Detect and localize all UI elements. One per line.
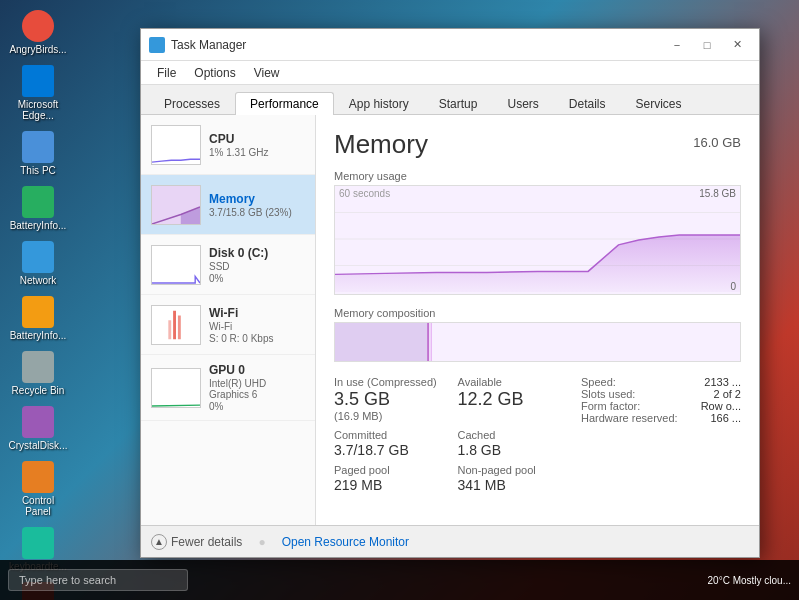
desktop-icon-battery-info[interactable]: BatteryInfo...	[8, 186, 68, 231]
tab-users[interactable]: Users	[492, 92, 553, 115]
menu-view[interactable]: View	[246, 64, 288, 82]
sidebar-item-wifi[interactable]: Wi-Fi Wi-Fi S: 0 R: 0 Kbps	[141, 295, 315, 355]
desktop-icon-edge[interactable]: Microsoft Edge...	[8, 65, 68, 121]
maximize-button[interactable]: □	[693, 35, 721, 55]
gpu-mini-graph	[151, 368, 201, 408]
disk-mini-graph	[151, 245, 201, 285]
svg-rect-3	[168, 320, 171, 339]
desktop-icon-this-pc[interactable]: This PC	[8, 131, 68, 176]
right-panel: Memory 16.0 GB Memory usage 15.8 GB 60 s…	[316, 115, 759, 525]
desktop-icon-battery-info2[interactable]: BatteryInfo...	[8, 296, 68, 341]
minimize-button[interactable]: −	[663, 35, 691, 55]
stat-committed: Committed 3.7/18.7 GB	[334, 429, 438, 458]
wifi-detail2: S: 0 R: 0 Kbps	[209, 333, 305, 344]
stat-committed-label: Committed	[334, 429, 438, 441]
tab-services[interactable]: Services	[621, 92, 697, 115]
memory-composition-section: Memory composition	[334, 307, 741, 362]
chart-usage-label: Memory usage	[334, 170, 741, 182]
stat-cached-value: 1.8 GB	[458, 442, 562, 458]
memory-label: Memory	[209, 192, 305, 206]
desktop-icon-label: CrystalDisk...	[9, 440, 68, 451]
stat-non-paged-value: 341 MB	[458, 477, 562, 493]
window-title: Task Manager	[171, 38, 663, 52]
menu-file[interactable]: File	[149, 64, 184, 82]
tab-performance[interactable]: Performance	[235, 92, 334, 115]
stat-non-paged-pool: Non-paged pool 341 MB	[458, 464, 562, 493]
taskbar: Type here to search 20°C Mostly clou...	[0, 560, 799, 600]
stat-paged-pool: Paged pool 219 MB	[334, 464, 438, 493]
disk-info: Disk 0 (C:) SSD 0%	[209, 246, 305, 284]
memory-info: Memory 3.7/15.8 GB (23%)	[209, 192, 305, 218]
memory-usage-chart: 15.8 GB 60 seconds 0	[334, 185, 741, 295]
stat-cached-label: Cached	[458, 429, 562, 441]
wifi-info: Wi-Fi Wi-Fi S: 0 R: 0 Kbps	[209, 306, 305, 344]
desktop: AngryBirds... Microsoft Edge... This PC …	[0, 0, 799, 600]
main-content: CPU 1% 1.31 GHz Memory 3.7/15.8 GB (	[141, 115, 759, 525]
cpu-label: CPU	[209, 132, 305, 146]
stat-non-paged-label: Non-paged pool	[458, 464, 562, 476]
stat-in-use-value: 3.5 GB	[334, 389, 438, 410]
desktop-icon-control-panel[interactable]: Control Panel	[8, 461, 68, 517]
sidebar-item-gpu[interactable]: GPU 0 Intel(R) UHD Graphics 6 0%	[141, 355, 315, 421]
wifi-detail1: Wi-Fi	[209, 321, 305, 332]
sidebar-item-disk[interactable]: Disk 0 (C:) SSD 0%	[141, 235, 315, 295]
desktop-icon-label: BatteryInfo...	[10, 330, 67, 341]
resource-monitor-separator: ●	[258, 535, 265, 549]
stat-speed-row: Speed: 2133 ...	[581, 376, 741, 388]
stat-in-use-sub: (16.9 MB)	[334, 410, 438, 422]
tab-processes[interactable]: Processes	[149, 92, 235, 115]
svg-rect-8	[335, 323, 428, 361]
sidebar-item-memory[interactable]: Memory 3.7/15.8 GB (23%)	[141, 175, 315, 235]
stat-hw-reserved-row: Hardware reserved: 166 ...	[581, 412, 741, 424]
desktop-icon-label: This PC	[20, 165, 56, 176]
desktop-icon-recycle-bin[interactable]: Recycle Bin	[8, 351, 68, 396]
chart-top-label: 15.8 GB	[699, 188, 736, 199]
memory-detail: 3.7/15.8 GB (23%)	[209, 207, 305, 218]
tab-details[interactable]: Details	[554, 92, 621, 115]
svg-rect-1	[173, 310, 176, 339]
taskbar-clock: 20°C Mostly clou...	[708, 575, 791, 586]
menu-bar: File Options View	[141, 61, 759, 85]
fewer-details-button[interactable]: ▲ Fewer details	[151, 534, 242, 550]
tab-app-history[interactable]: App history	[334, 92, 424, 115]
memory-usage-section: Memory usage 15.8 GB 60 seconds 0	[334, 170, 741, 295]
desktop-icon-crystal-disk[interactable]: CrystalDisk...	[8, 406, 68, 451]
stat-available: Available 12.2 GB	[458, 376, 562, 423]
fewer-details-label: Fewer details	[171, 535, 242, 549]
stat-paged-value: 219 MB	[334, 477, 438, 493]
sidebar-item-cpu[interactable]: CPU 1% 1.31 GHz	[141, 115, 315, 175]
taskbar-search[interactable]: Type here to search	[8, 569, 188, 591]
cpu-info: CPU 1% 1.31 GHz	[209, 132, 305, 158]
close-button[interactable]: ✕	[723, 35, 751, 55]
desktop-icon-network[interactable]: Network	[8, 241, 68, 286]
stat-committed-value: 3.7/18.7 GB	[334, 442, 438, 458]
stats-left-grid: In use (Compressed) 3.5 GB (16.9 MB) Ava…	[334, 376, 561, 493]
stat-in-use: In use (Compressed) 3.5 GB (16.9 MB)	[334, 376, 438, 423]
gpu-detail2: 0%	[209, 401, 305, 412]
panel-header: Memory 16.0 GB	[334, 129, 741, 160]
chart-time-label: 60 seconds	[339, 188, 390, 199]
stats-left: In use (Compressed) 3.5 GB (16.9 MB) Ava…	[334, 376, 561, 493]
tab-bar: Processes Performance App history Startu…	[141, 85, 759, 115]
stat-form-label: Form factor:	[581, 400, 640, 412]
stat-slots-value: 2 of 2	[713, 388, 741, 400]
menu-options[interactable]: Options	[186, 64, 243, 82]
desktop-icon-angry-birds[interactable]: AngryBirds...	[8, 10, 68, 55]
cpu-mini-graph	[151, 125, 201, 165]
stat-slots-row: Slots used: 2 of 2	[581, 388, 741, 400]
stat-form-row: Form factor: Row o...	[581, 400, 741, 412]
fewer-details-icon: ▲	[151, 534, 167, 550]
stats-right: Speed: 2133 ... Slots used: 2 of 2 Form …	[581, 376, 741, 493]
panel-title: Memory	[334, 129, 428, 160]
open-resource-monitor-link[interactable]: Open Resource Monitor	[282, 535, 409, 549]
desktop-icon-label: Recycle Bin	[12, 385, 65, 396]
tab-startup[interactable]: Startup	[424, 92, 493, 115]
disk-detail2: 0%	[209, 273, 305, 284]
memory-mini-graph	[151, 185, 201, 225]
panel-total: 16.0 GB	[693, 135, 741, 150]
desktop-icon-label: AngryBirds...	[9, 44, 66, 55]
bottom-bar: ▲ Fewer details ● Open Resource Monitor	[141, 525, 759, 557]
stat-hw-reserved-label: Hardware reserved:	[581, 412, 678, 424]
wifi-mini-graph	[151, 305, 201, 345]
desktop-icon-label: Control Panel	[8, 495, 68, 517]
